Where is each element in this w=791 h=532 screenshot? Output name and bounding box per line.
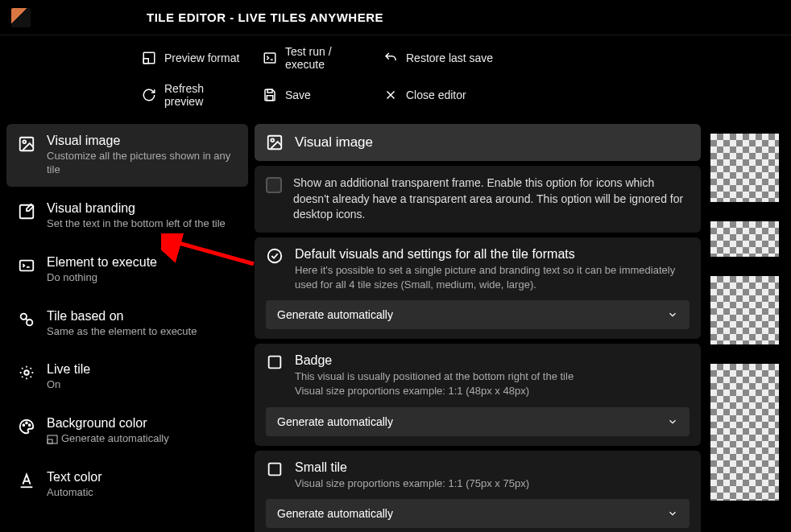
svg-point-11 xyxy=(24,371,29,376)
undo-icon xyxy=(383,51,398,65)
square-icon xyxy=(266,353,284,371)
test-run-button[interactable]: Test run / execute xyxy=(258,42,371,74)
svg-rect-16 xyxy=(48,439,52,443)
sidebar-item-text-color[interactable]: Text color Automatic xyxy=(6,460,248,509)
svg-rect-8 xyxy=(20,260,34,270)
sidebar-item-visual-branding[interactable]: Visual branding Set the text in the bott… xyxy=(6,192,248,241)
workspace: Visual image Customize all the pictures … xyxy=(0,118,791,532)
svg-point-12 xyxy=(23,425,24,427)
frame-checkbox[interactable] xyxy=(266,177,282,193)
sidebar-item-label: Live tile xyxy=(47,362,90,377)
svg-point-19 xyxy=(268,250,282,263)
image-icon xyxy=(266,134,284,151)
sidebar-item-label: Visual branding xyxy=(47,201,226,216)
svg-point-6 xyxy=(23,140,26,143)
layout-icon xyxy=(142,51,156,65)
app-icon xyxy=(11,8,31,27)
close-button[interactable]: Close editor xyxy=(379,79,507,111)
check-circle-icon xyxy=(266,247,284,265)
svg-rect-20 xyxy=(269,357,281,369)
preview-large xyxy=(710,364,779,501)
defaults-section: Default visuals and settings for all the… xyxy=(255,237,701,339)
preview-column xyxy=(710,124,785,532)
edit-icon xyxy=(18,203,35,221)
terminal-icon xyxy=(18,257,35,274)
sidebar-item-element-to-execute[interactable]: Element to execute Do nothing xyxy=(6,245,248,295)
defaults-dropdown[interactable]: Generate automatically xyxy=(266,300,690,329)
sidebar-item-label: Background color xyxy=(47,416,169,431)
terminal-icon xyxy=(263,51,277,65)
small-tile-title: Small tile xyxy=(295,460,529,475)
link-icon xyxy=(18,311,35,328)
sidebar-item-label: Visual image xyxy=(47,134,237,148)
chevron-down-icon xyxy=(667,309,678,320)
sidebar: Visual image Customize all the pictures … xyxy=(6,124,248,532)
main-header: Visual image xyxy=(255,124,701,161)
svg-rect-2 xyxy=(264,53,275,63)
save-icon xyxy=(263,88,277,102)
main-panel: Visual image Show an additional transpar… xyxy=(255,124,704,532)
svg-point-18 xyxy=(271,138,274,142)
small-tile-section: Small tile Visual size proportions examp… xyxy=(255,451,701,532)
svg-point-13 xyxy=(26,423,27,424)
chevron-down-icon xyxy=(667,416,678,427)
svg-point-14 xyxy=(29,425,31,427)
svg-rect-4 xyxy=(267,96,273,101)
small-tile-dropdown[interactable]: Generate automatically xyxy=(266,499,690,528)
svg-rect-1 xyxy=(143,59,148,64)
sidebar-item-visual-image[interactable]: Visual image Customize all the pictures … xyxy=(6,124,248,187)
titlebar: TILE EDITOR - LIVE TILES ANYWHERE xyxy=(0,0,791,35)
badge-section: Badge This visual is usually positioned … xyxy=(255,344,701,445)
close-icon xyxy=(383,88,398,102)
palette-icon xyxy=(18,418,35,435)
restore-button[interactable]: Restore last save xyxy=(379,42,507,74)
badge-dropdown[interactable]: Generate automatically xyxy=(266,407,690,436)
frame-option-section: Show an additional transparent frame. En… xyxy=(255,166,701,233)
sidebar-item-live-tile[interactable]: Live tile On xyxy=(6,353,248,402)
defaults-title: Default visuals and settings for all the… xyxy=(295,247,690,262)
brightness-icon xyxy=(18,364,35,381)
image-icon xyxy=(18,135,35,153)
svg-rect-21 xyxy=(269,463,281,475)
preview-wide xyxy=(710,221,779,257)
sidebar-item-label: Text color xyxy=(47,470,101,485)
svg-point-10 xyxy=(27,320,32,325)
refresh-icon xyxy=(142,88,156,102)
preview-small xyxy=(710,276,779,344)
svg-rect-3 xyxy=(267,89,272,93)
preview-medium xyxy=(710,134,779,202)
toolbar: Preview format Test run / execute Restor… xyxy=(0,35,791,118)
chevron-down-icon xyxy=(667,508,678,519)
refresh-button[interactable]: Refresh preview xyxy=(137,79,250,111)
sidebar-item-tile-based-on[interactable]: Tile based on Same as the element to exe… xyxy=(6,299,248,348)
sidebar-item-label: Element to execute xyxy=(47,255,157,270)
preview-format-button[interactable]: Preview format xyxy=(137,42,250,74)
badge-title: Badge xyxy=(295,353,574,368)
sidebar-item-background-color[interactable]: Background color Generate automatically xyxy=(6,406,248,456)
save-button[interactable]: Save xyxy=(258,79,371,111)
frame-option-text: Show an additional transparent frame. En… xyxy=(293,175,690,223)
square-icon xyxy=(266,460,284,478)
svg-point-9 xyxy=(21,313,27,319)
sidebar-item-label: Tile based on xyxy=(47,309,197,324)
auto-icon xyxy=(47,435,58,444)
text-color-icon xyxy=(18,472,35,489)
app-title: TILE EDITOR - LIVE TILES ANYWHERE xyxy=(147,10,383,24)
